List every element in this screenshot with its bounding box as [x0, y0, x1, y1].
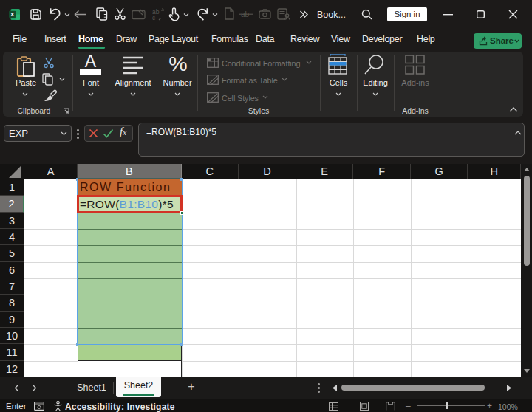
- svg-text:A: A: [85, 52, 97, 71]
- svg-text:X: X: [10, 11, 15, 18]
